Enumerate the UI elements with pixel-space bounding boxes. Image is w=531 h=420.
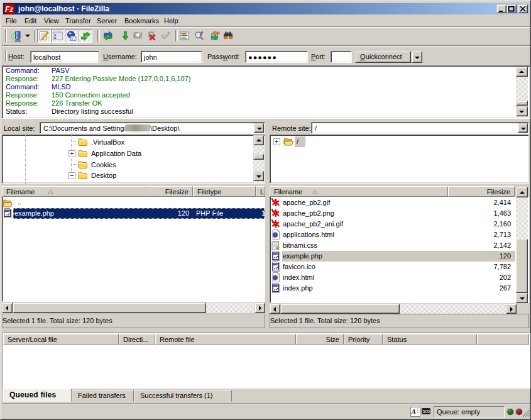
svg-text:500: 500 bbox=[423, 409, 430, 414]
svg-text:Fz: Fz bbox=[5, 5, 13, 14]
svg-text:A: A bbox=[411, 408, 416, 415]
